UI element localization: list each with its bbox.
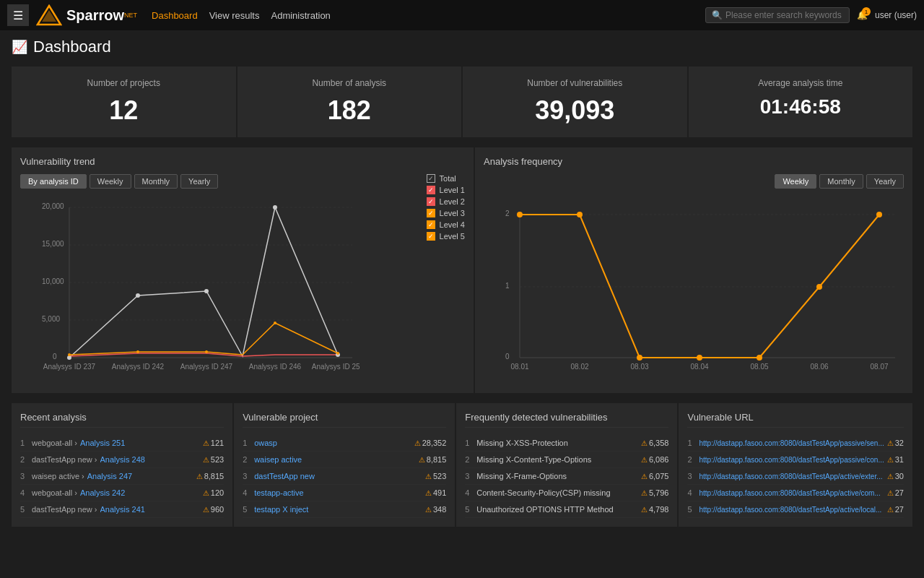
list-item: 2 waisep active ⚠8,815	[243, 452, 446, 468]
svg-point-47	[816, 284, 822, 290]
vp-link-4[interactable]: testapp-active	[254, 488, 422, 497]
list-item: 2 dastTestApp new › Analysis 248 ⚠523	[20, 452, 224, 468]
vulnerable-project-list: 1 owasp ⚠28,352 2 waisep active ⚠8,815 3…	[243, 435, 446, 518]
freq-vuln-title: Frequently detected vulnerabilities	[465, 412, 668, 428]
logo-icon	[36, 4, 62, 26]
recent-analysis-panel: Recent analysis 1 webgoat-all › Analysis…	[12, 403, 232, 527]
notification-bell[interactable]: 🔔 1	[857, 10, 868, 20]
vu-link-1[interactable]: http://dastapp.fasoo.com:8080/dastTestAp…	[699, 439, 884, 447]
svg-text:0: 0	[53, 353, 57, 361]
svg-text:08.07: 08.07	[870, 363, 888, 371]
menu-button[interactable]: ☰	[7, 4, 29, 26]
svg-text:08.04: 08.04	[690, 363, 708, 371]
analysis-link-247[interactable]: Analysis 247	[87, 472, 193, 480]
analysis-link-242[interactable]: Analysis 242	[80, 488, 200, 497]
svg-point-23	[68, 353, 71, 356]
svg-text:08.01: 08.01	[510, 363, 528, 371]
stat-card-avg-time: Average analysis time 01:46:58	[689, 66, 913, 137]
svg-text:20,000: 20,000	[42, 202, 64, 210]
vuln-trend-controls: By analysis ID Weekly Monthly Yearly	[20, 174, 419, 189]
svg-text:Analysys ID 253: Analysys ID 253	[312, 363, 359, 371]
analysis-freq-title: Analysis frequency	[484, 156, 904, 167]
search-input[interactable]	[725, 10, 843, 20]
stat-value-vulnerabilities: 39,093	[477, 95, 673, 126]
stat-value-projects: 12	[26, 95, 222, 126]
vuln-trend-controls-row: By analysis ID Weekly Monthly Yearly 20,…	[20, 174, 465, 384]
vulnerable-url-panel: Vulnerable URL 1 http://dastapp.fasoo.co…	[679, 403, 912, 527]
vuln-trend-chart: 20,000 15,000 10,000 5,000 0	[20, 194, 359, 382]
svg-text:08.05: 08.05	[750, 363, 768, 371]
analysis-link-241[interactable]: Analysis 241	[100, 505, 200, 514]
vp-link-2[interactable]: waisep active	[254, 455, 416, 464]
nav-administration[interactable]: Administration	[271, 10, 330, 21]
stat-value-avg-time: 01:46:58	[703, 95, 899, 118]
vp-link-5[interactable]: testapp X inject	[254, 505, 422, 514]
search-box: 🔍	[705, 7, 850, 23]
btn-monthly-trend[interactable]: Monthly	[134, 174, 178, 189]
nav-dashboard[interactable]: Dashboard	[152, 10, 198, 21]
btn-weekly-trend[interactable]: Weekly	[90, 174, 131, 189]
btn-by-analysis-id[interactable]: By analysis ID	[20, 174, 87, 189]
vulnerable-url-title: Vulnerable URL	[687, 412, 904, 428]
vulnerable-project-panel: Vulnerable project 1 owasp ⚠28,352 2 wai…	[234, 403, 455, 527]
vuln-trend-panel: Vulnerability trend By analysis ID Weekl…	[12, 147, 474, 393]
btn-weekly-freq[interactable]: Weekly	[775, 174, 816, 189]
analysis-link-248[interactable]: Analysis 248	[100, 455, 200, 464]
list-item: 3 Missing X-Frame-Options ⚠6,075	[465, 468, 668, 485]
legend-level4: ✓ Level 4	[427, 220, 465, 229]
svg-text:Analysys ID 246: Analysys ID 246	[249, 363, 302, 371]
legend-cb-total[interactable]: ✓	[427, 174, 435, 183]
search-icon: 🔍	[712, 10, 723, 20]
page-title-row: 📈 Dashboard	[12, 38, 912, 56]
freq-vuln-panel: Frequently detected vulnerabilities 1 Mi…	[456, 403, 677, 527]
stat-card-vulnerabilities: Number of vulnerabilities 39,093	[463, 66, 687, 137]
nav-view-results[interactable]: View results	[209, 10, 260, 21]
svg-text:Analysys ID 242: Analysys ID 242	[112, 363, 165, 371]
analysis-link-251[interactable]: Analysis 251	[80, 439, 200, 447]
main-content: 📈 Dashboard Number of projects 12 Number…	[0, 30, 924, 534]
list-item: 1 Missing X-XSS-Protection ⚠6,358	[465, 435, 668, 452]
svg-point-25	[205, 350, 208, 353]
svg-point-42	[517, 212, 523, 217]
svg-point-48	[876, 212, 882, 217]
vp-link-1[interactable]: owasp	[254, 439, 411, 447]
btn-yearly-trend[interactable]: Yearly	[180, 174, 218, 189]
legend-cb-l4[interactable]: ✓	[427, 220, 435, 229]
btn-yearly-freq[interactable]: Yearly	[866, 174, 904, 189]
list-item: 5 testapp X inject ⚠348	[243, 501, 446, 518]
vp-link-3[interactable]: dastTestApp new	[254, 472, 422, 480]
vu-link-5[interactable]: http://dastapp.fasoo.com:8080/dastTestAp…	[699, 506, 884, 514]
legend-cb-l1[interactable]: ✓	[427, 186, 435, 194]
vu-link-3[interactable]: http://dastapp.fasoo.com:8080/dastTestAp…	[699, 473, 884, 480]
stat-card-analysis: Number of analysis 182	[237, 66, 462, 137]
svg-text:10,000: 10,000	[42, 277, 64, 285]
legend-cb-l5[interactable]: ✓	[427, 232, 435, 241]
svg-text:1: 1	[505, 282, 510, 290]
svg-text:08.03: 08.03	[630, 363, 648, 371]
hamburger-icon: ☰	[13, 9, 23, 22]
topbar: ☰ Sparrow NET Dashboard View results Adm…	[0, 0, 924, 30]
list-item: 4 http://dastapp.fasoo.com:8080/dastTest…	[687, 485, 904, 501]
vu-link-2[interactable]: http://dastapp.fasoo.com:8080/dastTestAp…	[699, 456, 884, 464]
stat-label-analysis: Number of analysis	[252, 78, 448, 88]
list-item: 4 webgoat-all › Analysis 242 ⚠120	[20, 485, 224, 501]
bottom-row: Recent analysis 1 webgoat-all › Analysis…	[12, 403, 912, 527]
analysis-freq-controls: Weekly Monthly Yearly	[484, 174, 904, 189]
topbar-right: 🔍 🔔 1 user (user)	[705, 7, 917, 23]
stat-cards: Number of projects 12 Number of analysis…	[12, 66, 912, 137]
svg-point-46	[757, 355, 762, 361]
svg-point-19	[136, 293, 140, 298]
stat-label-vulnerabilities: Number of vulnerabilities	[477, 78, 673, 88]
svg-text:Analysys ID 247: Analysys ID 247	[180, 363, 233, 371]
logo-text: Sparrow	[66, 7, 124, 24]
list-item: 3 http://dastapp.fasoo.com:8080/dastTest…	[687, 468, 904, 485]
svg-text:5,000: 5,000	[42, 315, 60, 323]
list-item: 1 webgoat-all › Analysis 251 ⚠121	[20, 435, 224, 452]
svg-point-24	[136, 350, 139, 353]
svg-text:2: 2	[505, 210, 510, 217]
legend-cb-l3[interactable]: ✓	[427, 209, 435, 217]
vulnerable-project-title: Vulnerable project	[243, 412, 446, 428]
vu-link-4[interactable]: http://dastapp.fasoo.com:8080/dastTestAp…	[699, 489, 884, 497]
btn-monthly-freq[interactable]: Monthly	[819, 174, 863, 189]
legend-cb-l2[interactable]: ✓	[427, 197, 435, 206]
